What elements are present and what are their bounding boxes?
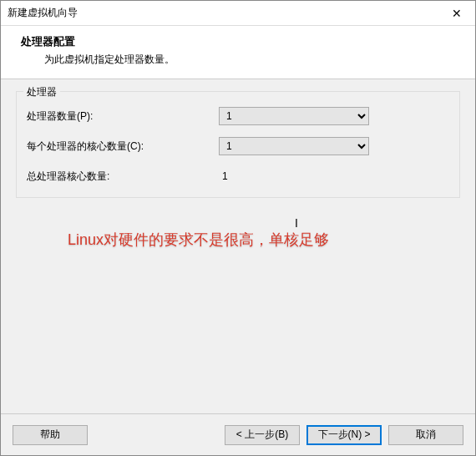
processor-groupbox: 处理器 处理器数量(P): 1 每个处理器的核心数量(C): 1 总 — [16, 91, 460, 198]
row-cores: 每个处理器的核心数量(C): 1 — [27, 137, 449, 155]
annotation-text: Linux对硬件的要求不是很高，单核足够 — [68, 230, 329, 250]
help-button[interactable]: 帮助 — [13, 425, 88, 445]
groupbox-legend: 处理器 — [23, 85, 60, 99]
wizard-window: 新建虚拟机向导 ✕ 处理器配置 为此虚拟机指定处理器数量。 处理器 处理器数量(… — [0, 0, 476, 456]
titlebar: 新建虚拟机向导 ✕ — [1, 1, 475, 26]
cores-select[interactable]: 1 — [219, 137, 369, 155]
cancel-button[interactable]: 取消 — [388, 425, 463, 445]
cores-label: 每个处理器的核心数量(C): — [27, 139, 219, 154]
processors-select[interactable]: 1 — [219, 107, 369, 125]
page-title: 处理器配置 — [21, 34, 462, 49]
text-cursor-icon: I — [295, 215, 298, 230]
next-button[interactable]: 下一步(N) > — [306, 425, 382, 445]
content-area: 处理器 处理器数量(P): 1 每个处理器的核心数量(C): 1 总 — [1, 79, 475, 413]
total-label: 总处理器核心数量: — [27, 170, 219, 184]
close-button[interactable]: ✕ — [438, 1, 475, 26]
footer: 帮助 < 上一步(B) 下一步(N) > 取消 — [1, 413, 475, 455]
row-processors: 处理器数量(P): 1 — [27, 107, 449, 125]
back-button[interactable]: < 上一步(B) — [225, 425, 300, 445]
total-value: 1 — [219, 170, 369, 182]
processors-label: 处理器数量(P): — [27, 109, 219, 124]
wizard-header: 处理器配置 为此虚拟机指定处理器数量。 — [1, 26, 475, 79]
close-icon: ✕ — [452, 7, 462, 20]
page-subtitle: 为此虚拟机指定处理器数量。 — [44, 53, 462, 67]
window-title: 新建虚拟机向导 — [8, 6, 78, 20]
row-total: 总处理器核心数量: 1 — [27, 167, 449, 185]
